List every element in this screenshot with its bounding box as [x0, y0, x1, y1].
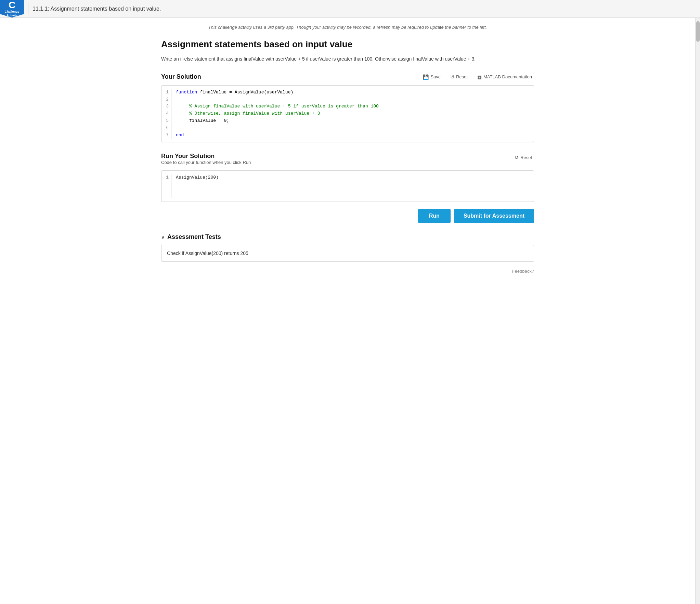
code-content: 1 2 3 4 5 6 7 function finalValue = Assi…	[161, 86, 534, 142]
code-line-5: finalValue = 0;	[176, 117, 530, 125]
code-line-6	[176, 125, 530, 132]
scrollbar-thumb[interactable]	[696, 21, 700, 42]
description-text: Write an if-else statement that assigns …	[161, 55, 534, 63]
challenge-badge: C Challenge Activity	[0, 0, 24, 18]
badge-letter: C	[9, 0, 15, 10]
run-code-content: 1 AssignValue(200)	[161, 171, 534, 202]
run-reset-button[interactable]: ↺ Reset	[513, 153, 534, 162]
assessment-box: Check if AssignValue(200) returns 205	[161, 245, 534, 262]
run-line-numbers: 1	[161, 174, 172, 198]
code-line-3: % Assign finalValue with userValue + 5 i…	[176, 103, 530, 110]
save-label: Save	[430, 74, 441, 79]
run-reset-label: Reset	[520, 155, 532, 160]
reset-button[interactable]: ↺ Reset	[448, 73, 470, 81]
save-button[interactable]: 💾 Save	[421, 73, 443, 81]
matlab-docs-label: MATLAB Documentation	[483, 74, 532, 79]
header-divider	[28, 3, 28, 15]
code-line-7: end	[176, 132, 530, 139]
scrollbar-track[interactable]	[695, 18, 700, 604]
page-wrapper: This challenge activity uses a 3rd party…	[0, 18, 700, 604]
run-code-editor[interactable]: 1 AssignValue(200)	[161, 170, 534, 202]
toolbar: 💾 Save ↺ Reset ▦ MATLAB Documentation	[421, 73, 534, 81]
reset-icon: ↺	[450, 74, 454, 80]
code-lines: function finalValue = AssignValue(userVa…	[172, 89, 534, 139]
chevron-down-icon: ∨	[161, 234, 165, 240]
code-line-2	[176, 96, 530, 103]
docs-icon: ▦	[477, 74, 482, 80]
run-solution-header: Run Your Solution Code to call your func…	[161, 153, 534, 168]
action-buttons: Run Submit for Assessment	[161, 209, 534, 223]
content-scroll[interactable]: This challenge activity uses a 3rd party…	[0, 18, 695, 604]
solution-code-editor[interactable]: 1 2 3 4 5 6 7 function finalValue = Assi…	[161, 85, 534, 143]
submit-button[interactable]: Submit for Assessment	[454, 209, 534, 223]
reset-label: Reset	[456, 74, 468, 79]
page-header: C Challenge Activity 11.1.1: Assignment …	[0, 0, 700, 18]
run-solution-title: Run Your Solution	[161, 153, 251, 160]
code-line-4: % Otherwise, assign finalValue with user…	[176, 110, 530, 117]
matlab-docs-button[interactable]: ▦ MATLAB Documentation	[475, 73, 534, 81]
assessment-row: Check if AssignValue(200) returns 205	[161, 245, 534, 261]
main-container: This challenge activity uses a 3rd party…	[151, 24, 544, 287]
run-code-line-1: AssignValue(200)	[176, 174, 530, 181]
assessment-section: ∨ Assessment Tests Check if AssignValue(…	[161, 233, 534, 262]
run-section-description: Code to call your function when you clic…	[161, 160, 251, 165]
line-numbers: 1 2 3 4 5 6 7	[161, 89, 172, 139]
header-title: 11.1.1: Assignment statements based on i…	[33, 6, 161, 12]
your-solution-title: Your Solution	[161, 73, 201, 80]
run-reset-icon: ↺	[515, 155, 519, 160]
assessment-header: ∨ Assessment Tests	[161, 233, 534, 241]
code-line-1: function finalValue = AssignValue(userVa…	[176, 89, 530, 96]
page-title: Assignment statements based on input val…	[161, 39, 534, 50]
run-code-lines: AssignValue(200)	[172, 174, 534, 198]
assessment-title: Assessment Tests	[167, 233, 221, 241]
feedback-link[interactable]: Feedback?	[161, 269, 534, 274]
run-solution-left: Run Your Solution Code to call your func…	[161, 153, 251, 168]
badge-text: Challenge Activity	[4, 10, 19, 17]
run-button[interactable]: Run	[418, 209, 451, 223]
save-icon: 💾	[423, 74, 429, 80]
feedback-label: Feedback?	[512, 269, 534, 274]
your-solution-header: Your Solution 💾 Save ↺ Reset ▦ MATLAB Do…	[161, 73, 534, 81]
notice-text: This challenge activity uses a 3rd party…	[161, 24, 534, 31]
